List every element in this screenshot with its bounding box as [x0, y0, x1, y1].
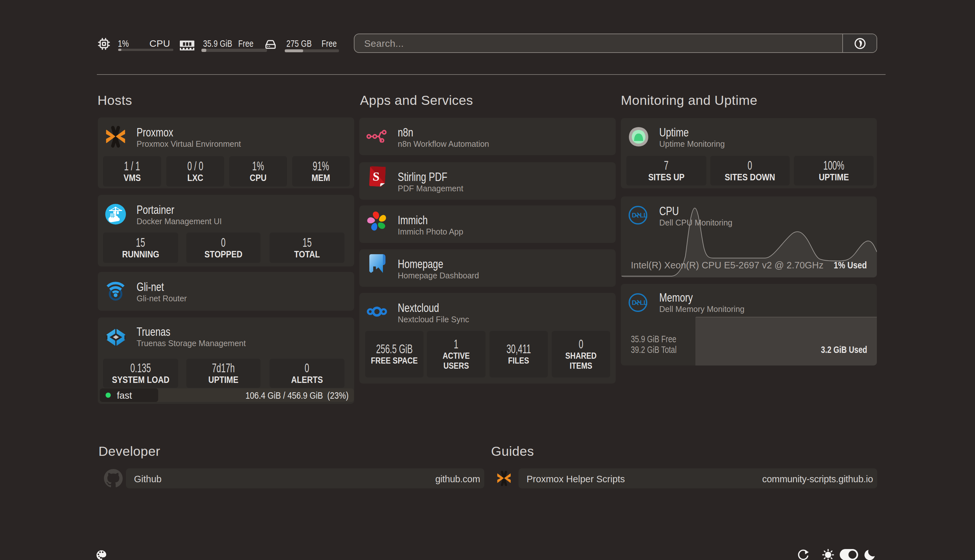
svg-text:LL: LL	[640, 212, 647, 219]
svg-text:LL: LL	[640, 299, 647, 306]
svg-text:S: S	[372, 169, 380, 183]
